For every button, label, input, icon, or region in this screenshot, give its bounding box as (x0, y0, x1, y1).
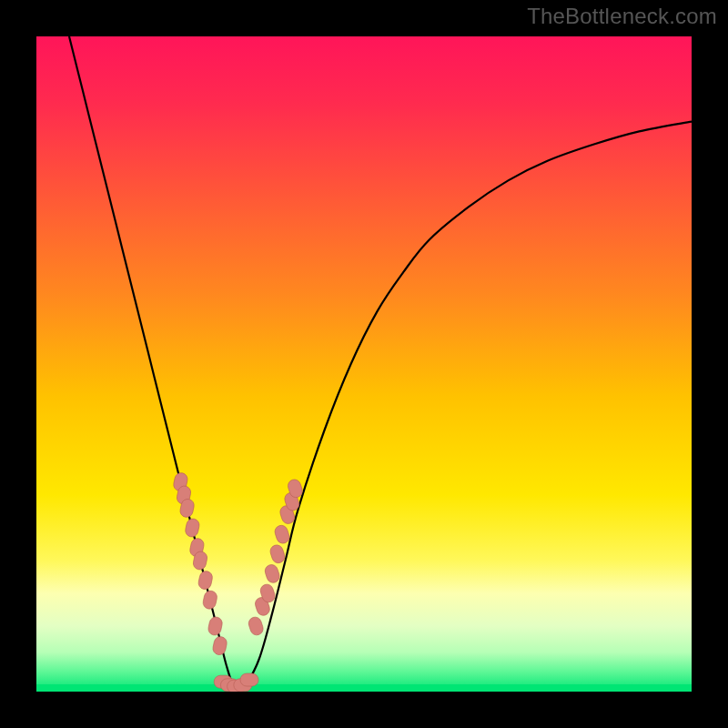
data-marker (273, 524, 290, 545)
data-marker (268, 543, 286, 564)
bottleneck-curve (69, 36, 692, 692)
svg-rect-9 (207, 616, 224, 636)
svg-rect-7 (197, 570, 214, 590)
data-marker (207, 616, 224, 636)
svg-rect-8 (202, 590, 218, 610)
data-marker (202, 590, 218, 610)
data-marker (240, 673, 258, 686)
chart-frame: TheBottleneck.com (0, 0, 728, 728)
svg-rect-11 (247, 615, 264, 636)
curve-layer (36, 36, 692, 692)
data-marker (197, 570, 214, 590)
data-marker (247, 615, 264, 636)
data-markers (172, 471, 304, 692)
data-marker (263, 563, 280, 584)
svg-rect-4 (184, 518, 200, 538)
svg-rect-24 (240, 673, 258, 686)
data-marker (184, 518, 200, 538)
data-marker (212, 635, 228, 655)
plot-area (36, 36, 692, 692)
svg-rect-16 (273, 524, 290, 545)
svg-rect-10 (212, 635, 228, 655)
svg-rect-14 (263, 563, 280, 584)
svg-rect-15 (268, 543, 286, 564)
watermark-text: TheBottleneck.com (527, 4, 717, 29)
